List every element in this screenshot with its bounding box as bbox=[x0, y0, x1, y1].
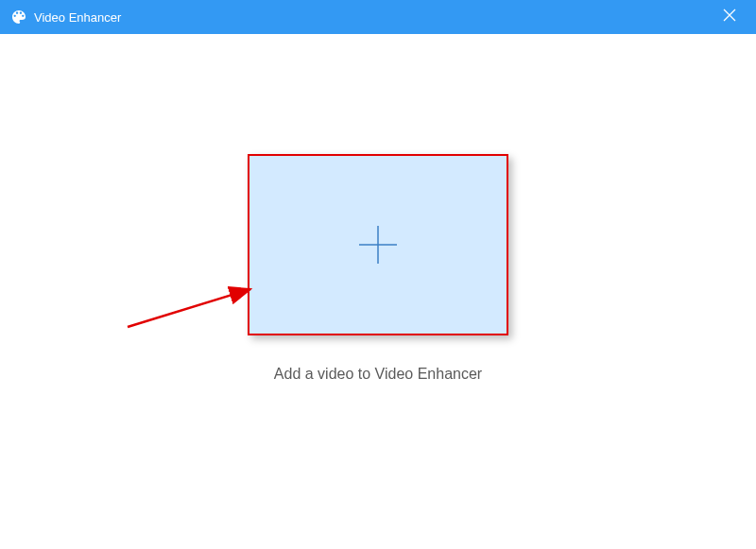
plus-icon bbox=[354, 221, 402, 268]
palette-icon bbox=[11, 9, 26, 25]
titlebar-left: Video Enhancer bbox=[11, 9, 121, 25]
main-area: Add a video to Video Enhancer bbox=[0, 34, 756, 549]
svg-line-5 bbox=[128, 289, 250, 327]
close-icon bbox=[722, 8, 737, 26]
close-button[interactable] bbox=[714, 2, 745, 32]
arrow-annotation-icon bbox=[123, 280, 265, 336]
add-video-dropzone[interactable] bbox=[248, 154, 508, 335]
app-title: Video Enhancer bbox=[34, 10, 121, 25]
dropzone-caption: Add a video to Video Enhancer bbox=[274, 366, 482, 383]
dropzone-wrapper bbox=[248, 154, 508, 335]
titlebar: Video Enhancer bbox=[0, 0, 756, 34]
